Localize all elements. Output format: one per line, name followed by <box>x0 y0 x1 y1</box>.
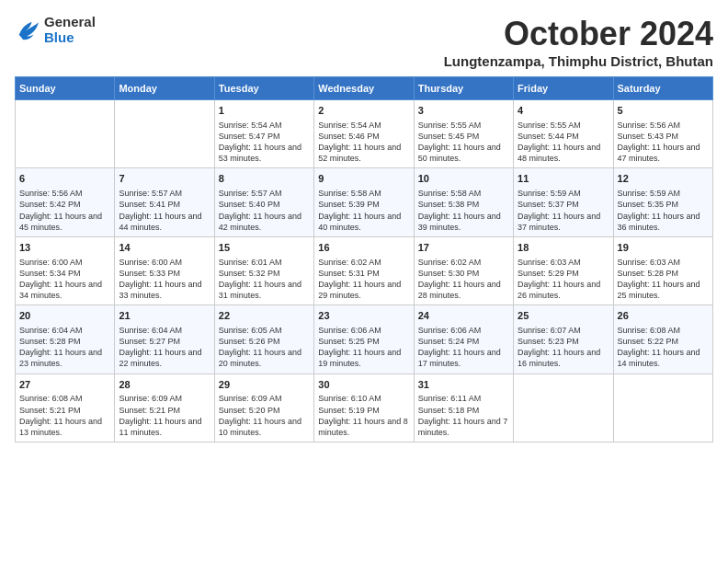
calendar-cell: 18Sunrise: 6:03 AMSunset: 5:29 PMDayligh… <box>514 236 613 304</box>
cell-content: Sunrise: 5:56 AMSunset: 5:43 PMDaylight:… <box>618 120 709 165</box>
calendar-cell: 12Sunrise: 5:59 AMSunset: 5:35 PMDayligh… <box>613 168 712 236</box>
day-number: 13 <box>19 241 110 255</box>
calendar-header: SundayMondayTuesdayWednesdayThursdayFrid… <box>16 77 713 100</box>
calendar-cell: 25Sunrise: 6:07 AMSunset: 5:23 PMDayligh… <box>514 305 613 373</box>
cell-content: Sunrise: 5:58 AMSunset: 5:39 PMDaylight:… <box>318 188 409 233</box>
location-title: Lungtenzampa, Thimphu District, Bhutan <box>444 53 713 69</box>
cell-content: Sunrise: 5:55 AMSunset: 5:45 PMDaylight:… <box>418 120 509 165</box>
day-number: 18 <box>518 241 609 255</box>
calendar-cell: 4Sunrise: 5:55 AMSunset: 5:44 PMDaylight… <box>514 100 613 168</box>
weekday-header: Sunday <box>16 77 115 100</box>
day-number: 9 <box>318 172 409 186</box>
day-number: 24 <box>418 309 509 323</box>
cell-content: Sunrise: 5:57 AMSunset: 5:41 PMDaylight:… <box>119 188 210 233</box>
calendar-cell: 3Sunrise: 5:55 AMSunset: 5:45 PMDaylight… <box>414 100 513 168</box>
day-number: 3 <box>418 104 509 118</box>
day-number: 12 <box>618 172 709 186</box>
calendar-cell: 8Sunrise: 5:57 AMSunset: 5:40 PMDaylight… <box>214 168 313 236</box>
day-number: 31 <box>418 378 509 392</box>
calendar-cell: 13Sunrise: 6:00 AMSunset: 5:34 PMDayligh… <box>16 236 115 304</box>
day-number: 11 <box>518 172 609 186</box>
calendar-cell: 30Sunrise: 6:10 AMSunset: 5:19 PMDayligh… <box>314 373 414 442</box>
day-number: 10 <box>418 172 509 186</box>
calendar-cell: 17Sunrise: 6:02 AMSunset: 5:30 PMDayligh… <box>414 236 513 304</box>
day-number: 26 <box>618 309 709 323</box>
day-number: 30 <box>318 378 409 392</box>
calendar-cell: 11Sunrise: 5:59 AMSunset: 5:37 PMDayligh… <box>514 168 613 236</box>
page-header: General Blue October 2024 Lungtenzampa, … <box>15 15 713 69</box>
calendar-week-row: 20Sunrise: 6:04 AMSunset: 5:28 PMDayligh… <box>16 305 713 373</box>
cell-content: Sunrise: 6:11 AMSunset: 5:18 PMDaylight:… <box>418 393 509 438</box>
logo-text: General Blue <box>44 15 96 45</box>
weekday-header: Monday <box>115 77 214 100</box>
cell-content: Sunrise: 6:08 AMSunset: 5:22 PMDaylight:… <box>618 325 709 370</box>
cell-content: Sunrise: 5:56 AMSunset: 5:42 PMDaylight:… <box>19 188 110 233</box>
day-number: 22 <box>219 309 310 323</box>
calendar-cell: 16Sunrise: 6:02 AMSunset: 5:31 PMDayligh… <box>314 236 414 304</box>
cell-content: Sunrise: 5:57 AMSunset: 5:40 PMDaylight:… <box>219 188 310 233</box>
weekday-header: Saturday <box>613 77 712 100</box>
calendar-cell: 31Sunrise: 6:11 AMSunset: 5:18 PMDayligh… <box>414 373 513 442</box>
calendar-cell: 26Sunrise: 6:08 AMSunset: 5:22 PMDayligh… <box>613 305 712 373</box>
calendar-week-row: 27Sunrise: 6:08 AMSunset: 5:21 PMDayligh… <box>16 373 713 442</box>
calendar-cell: 5Sunrise: 5:56 AMSunset: 5:43 PMDaylight… <box>613 100 712 168</box>
cell-content: Sunrise: 6:05 AMSunset: 5:26 PMDaylight:… <box>219 325 310 370</box>
calendar-cell: 7Sunrise: 5:57 AMSunset: 5:41 PMDaylight… <box>115 168 214 236</box>
day-number: 27 <box>19 378 110 392</box>
calendar-cell: 27Sunrise: 6:08 AMSunset: 5:21 PMDayligh… <box>16 373 115 442</box>
day-number: 8 <box>219 172 310 186</box>
calendar-cell <box>613 373 712 442</box>
day-number: 6 <box>19 172 110 186</box>
day-number: 23 <box>318 309 409 323</box>
calendar-cell: 14Sunrise: 6:00 AMSunset: 5:33 PMDayligh… <box>115 236 214 304</box>
calendar-cell: 22Sunrise: 6:05 AMSunset: 5:26 PMDayligh… <box>214 305 313 373</box>
calendar-cell: 20Sunrise: 6:04 AMSunset: 5:28 PMDayligh… <box>16 305 115 373</box>
calendar-cell <box>16 100 115 168</box>
cell-content: Sunrise: 6:09 AMSunset: 5:21 PMDaylight:… <box>119 393 210 438</box>
month-title: October 2024 <box>444 15 713 53</box>
calendar-table: SundayMondayTuesdayWednesdayThursdayFrid… <box>15 76 713 442</box>
day-number: 1 <box>219 104 310 118</box>
day-number: 25 <box>518 309 609 323</box>
day-number: 16 <box>318 241 409 255</box>
day-number: 4 <box>518 104 609 118</box>
cell-content: Sunrise: 6:09 AMSunset: 5:20 PMDaylight:… <box>219 393 310 438</box>
weekday-header: Wednesday <box>314 77 414 100</box>
calendar-body: 1Sunrise: 5:54 AMSunset: 5:47 PMDaylight… <box>16 100 713 442</box>
weekday-header: Tuesday <box>214 77 313 100</box>
title-block: October 2024 Lungtenzampa, Thimphu Distr… <box>444 15 713 69</box>
weekday-header: Friday <box>514 77 613 100</box>
cell-content: Sunrise: 6:04 AMSunset: 5:28 PMDaylight:… <box>19 325 110 370</box>
calendar-week-row: 1Sunrise: 5:54 AMSunset: 5:47 PMDaylight… <box>16 100 713 168</box>
cell-content: Sunrise: 5:59 AMSunset: 5:35 PMDaylight:… <box>618 188 709 233</box>
calendar-cell: 29Sunrise: 6:09 AMSunset: 5:20 PMDayligh… <box>214 373 313 442</box>
cell-content: Sunrise: 6:10 AMSunset: 5:19 PMDaylight:… <box>318 393 409 438</box>
cell-content: Sunrise: 6:06 AMSunset: 5:25 PMDaylight:… <box>318 325 409 370</box>
cell-content: Sunrise: 5:58 AMSunset: 5:38 PMDaylight:… <box>418 188 509 233</box>
day-number: 15 <box>219 241 310 255</box>
weekday-header: Thursday <box>414 77 513 100</box>
calendar-cell: 23Sunrise: 6:06 AMSunset: 5:25 PMDayligh… <box>314 305 414 373</box>
calendar-cell: 24Sunrise: 6:06 AMSunset: 5:24 PMDayligh… <box>414 305 513 373</box>
day-number: 14 <box>119 241 210 255</box>
logo-icon <box>15 17 40 43</box>
cell-content: Sunrise: 6:00 AMSunset: 5:33 PMDaylight:… <box>119 257 210 302</box>
day-number: 29 <box>219 378 310 392</box>
calendar-cell: 9Sunrise: 5:58 AMSunset: 5:39 PMDaylight… <box>314 168 414 236</box>
calendar-cell: 19Sunrise: 6:03 AMSunset: 5:28 PMDayligh… <box>613 236 712 304</box>
day-number: 2 <box>318 104 409 118</box>
calendar-cell <box>115 100 214 168</box>
calendar-week-row: 6Sunrise: 5:56 AMSunset: 5:42 PMDaylight… <box>16 168 713 236</box>
day-number: 28 <box>119 378 210 392</box>
header-row: SundayMondayTuesdayWednesdayThursdayFrid… <box>16 77 713 100</box>
cell-content: Sunrise: 5:59 AMSunset: 5:37 PMDaylight:… <box>518 188 609 233</box>
logo: General Blue <box>15 15 96 45</box>
cell-content: Sunrise: 6:04 AMSunset: 5:27 PMDaylight:… <box>119 325 210 370</box>
cell-content: Sunrise: 5:54 AMSunset: 5:46 PMDaylight:… <box>318 120 409 165</box>
cell-content: Sunrise: 6:02 AMSunset: 5:31 PMDaylight:… <box>318 257 409 302</box>
day-number: 21 <box>119 309 210 323</box>
cell-content: Sunrise: 6:03 AMSunset: 5:29 PMDaylight:… <box>518 257 609 302</box>
calendar-cell: 10Sunrise: 5:58 AMSunset: 5:38 PMDayligh… <box>414 168 513 236</box>
day-number: 19 <box>618 241 709 255</box>
cell-content: Sunrise: 6:06 AMSunset: 5:24 PMDaylight:… <box>418 325 509 370</box>
